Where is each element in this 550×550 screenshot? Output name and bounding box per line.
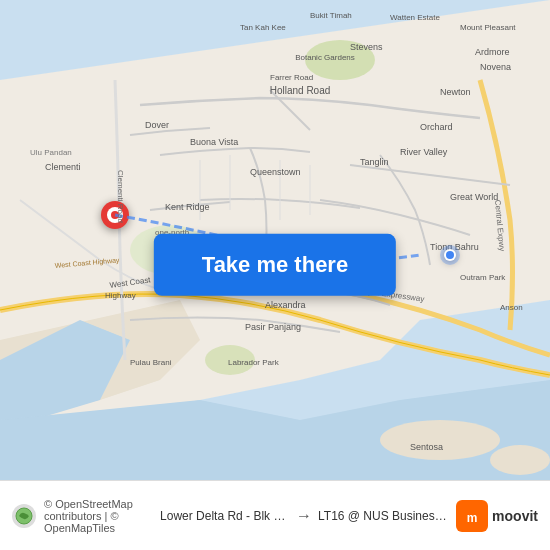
svg-text:Orchard: Orchard	[420, 122, 453, 132]
svg-text:Sentosa: Sentosa	[410, 442, 443, 452]
holland-road-label: Holland Road	[270, 85, 331, 96]
svg-text:Mount Pleasant: Mount Pleasant	[460, 23, 516, 32]
take-me-there-button[interactable]: Take me there	[154, 234, 396, 296]
map-container: Botanic Gardens Holland Road West Coast …	[0, 0, 550, 480]
attribution-section: © OpenStreetMap contributors | © OpenMap…	[12, 498, 160, 534]
svg-point-1	[380, 420, 500, 460]
svg-text:Farrer Road: Farrer Road	[270, 73, 313, 82]
svg-text:Labrador Park: Labrador Park	[228, 358, 280, 367]
svg-text:Alexandra: Alexandra	[265, 300, 306, 310]
osm-logo	[12, 504, 36, 528]
svg-text:Kent Ridge: Kent Ridge	[165, 202, 210, 212]
bottom-bar: © OpenStreetMap contributors | © OpenMap…	[0, 480, 550, 550]
svg-text:Bukit Timah: Bukit Timah	[310, 11, 352, 20]
svg-text:Watten Estate: Watten Estate	[390, 13, 441, 22]
svg-text:Newton: Newton	[440, 87, 471, 97]
svg-text:Ardmore: Ardmore	[475, 47, 510, 57]
svg-text:Ulu Pandan: Ulu Pandan	[30, 148, 72, 157]
svg-point-48	[446, 251, 454, 259]
svg-text:Clementi: Clementi	[45, 162, 81, 172]
from-label: Lower Delta Rd - Blk 25b ...	[160, 509, 290, 523]
svg-text:River Valley: River Valley	[400, 147, 448, 157]
arrow-icon: →	[296, 507, 312, 525]
svg-text:Tan Kah Kee: Tan Kah Kee	[240, 23, 286, 32]
svg-text:Botanic Gardens: Botanic Gardens	[295, 53, 355, 62]
svg-text:Outram Park: Outram Park	[460, 273, 506, 282]
svg-text:Anson: Anson	[500, 303, 523, 312]
svg-text:Novena: Novena	[480, 62, 511, 72]
svg-text:Stevens: Stevens	[350, 42, 383, 52]
moovit-icon: m	[456, 500, 488, 532]
svg-text:Great World: Great World	[450, 192, 498, 202]
svg-text:m: m	[467, 511, 478, 525]
svg-text:Clementi Road: Clementi Road	[116, 170, 125, 223]
svg-text:Pasir Panjang: Pasir Panjang	[245, 322, 301, 332]
svg-point-2	[490, 445, 550, 475]
svg-text:Highway: Highway	[105, 291, 136, 300]
svg-text:Dover: Dover	[145, 120, 169, 130]
svg-text:Buona Vista: Buona Vista	[190, 137, 238, 147]
svg-text:Pulau Brani: Pulau Brani	[130, 358, 172, 367]
attribution-text: © OpenStreetMap contributors | © OpenMap…	[44, 498, 160, 534]
from-to-section: Lower Delta Rd - Blk 25b ... → LT16 @ NU…	[160, 507, 456, 525]
moovit-logo[interactable]: m moovit	[456, 500, 538, 532]
svg-text:Queenstown: Queenstown	[250, 167, 301, 177]
svg-text:Tanglin: Tanglin	[360, 157, 389, 167]
to-label: LT16 @ NUS Business ...	[318, 509, 448, 523]
moovit-text: moovit	[492, 508, 538, 524]
